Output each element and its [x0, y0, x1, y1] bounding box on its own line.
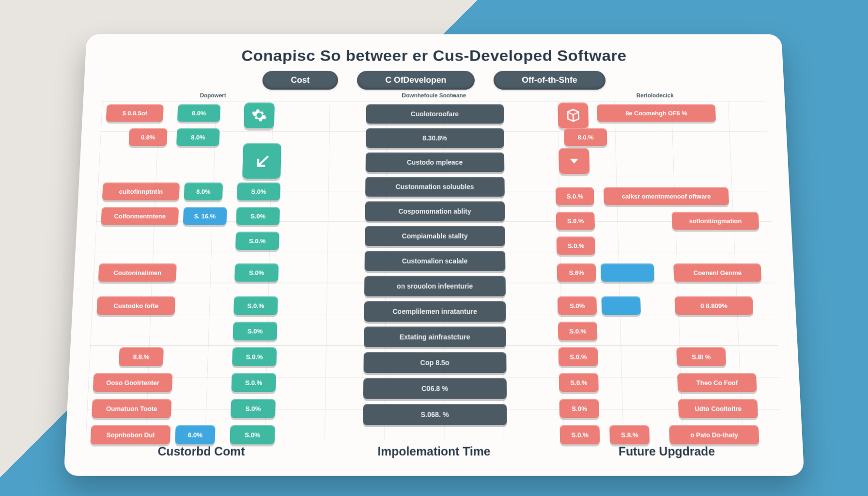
- left-chip: S.0.%: [232, 347, 277, 366]
- right-chip: 8e Coomehgh OF6 %: [597, 104, 716, 122]
- subhead-mid: Downhefoule Sootwane: [324, 93, 545, 99]
- left-chip: S.0%: [230, 425, 275, 445]
- right-chip: S.8.%: [609, 425, 650, 445]
- left-chip: Ooso Goolrtenter: [93, 373, 173, 392]
- left-chip: $ 0.8.5of: [106, 104, 164, 122]
- left-chip: S.0%: [234, 264, 279, 282]
- right-chip: Coenenl Genme: [673, 264, 761, 282]
- right-chip: S.0.%: [557, 236, 596, 255]
- subhead-row: Dopowert Downhefoule Sootwane Beriolodec…: [102, 93, 766, 99]
- right-chip: S.0.%: [558, 347, 598, 366]
- criteria-plate: Cop 8.5o: [363, 352, 506, 373]
- left-chip: S.0%: [233, 322, 278, 341]
- criteria-plate: Custonmation soluubles: [365, 177, 505, 197]
- right-chip: [601, 264, 654, 282]
- left-chip: 6.0%: [175, 425, 216, 445]
- criteria-plate: Extating ainfrastcture: [364, 326, 506, 347]
- left-chip: 8.0%: [184, 183, 223, 201]
- criteria-plate: C06.8 %: [363, 378, 506, 399]
- left-chip: Custodko fofte: [96, 296, 175, 315]
- left-chip: S.0%: [231, 399, 276, 418]
- right-chip: S.0.%: [558, 322, 598, 341]
- right-chip: calksr omentnmenoof oftware: [604, 187, 729, 205]
- pill-off-shelf: Off-of-th-Shfe: [494, 71, 606, 90]
- board-title: Conapisc So betweer er Cus-Developed Sof…: [104, 47, 764, 64]
- criteria-plate: on srouolon infeenturie: [364, 276, 506, 296]
- left-chip: Sopnhobon Dul: [90, 425, 170, 445]
- right-chip: S.8l %: [676, 347, 726, 366]
- left-chip: Oumatuon Toote: [92, 399, 171, 418]
- right-chip: [602, 296, 641, 315]
- left-chip: $. 16.%: [183, 207, 227, 225]
- left-chip: S.0%: [237, 183, 280, 201]
- left-chip: Coutoninalimen: [98, 264, 177, 282]
- pill-cost: Cost: [262, 71, 338, 90]
- criteria-plate: Custodo mpleace: [365, 153, 504, 172]
- subhead-right: Beriolodecick: [544, 93, 766, 99]
- right-chip: 0 8.809%: [675, 296, 754, 315]
- right-chip: S.0.%: [560, 425, 600, 445]
- criteria-plate: Cuolotoroofare: [366, 104, 504, 124]
- left-chip: Colfonmentntene: [101, 207, 179, 225]
- criteria-plate: Cospomomation ablity: [365, 202, 505, 221]
- comparison-board: Conapisc So betweer er Cus-Developed Sof…: [64, 34, 805, 476]
- right-chip: 8.0.%: [564, 128, 607, 146]
- right-chip: soflonitingmation: [672, 212, 760, 230]
- right-chip: S.0.%: [556, 212, 595, 230]
- gear-icon: [244, 102, 275, 128]
- right-chip: S.0.%: [559, 373, 599, 392]
- pill-custom-dev: C OfDevelopen: [357, 71, 475, 90]
- right-chip: Udto Cooltoitre: [678, 399, 758, 418]
- header-pill-row: Cost C OfDevelopen Off-of-th-Shfe: [103, 71, 765, 90]
- criteria-plate: Customalion scalale: [364, 251, 505, 271]
- right-chip: S.0%: [559, 399, 600, 418]
- criteria-plate: Compiamable stallty: [365, 226, 505, 246]
- footer-upgrade: Future Upgdrade: [550, 444, 783, 458]
- data-grid: $ 0.8.5of8.0%0.8%8.0%cuitofinnptntin8.0%…: [86, 102, 783, 439]
- footer-cost: Custorbd Comt: [85, 444, 318, 458]
- left-chip: cuitofinnptntin: [102, 183, 180, 201]
- left-chip: S.0.%: [231, 373, 276, 392]
- caret-down-icon: [558, 148, 589, 174]
- package-icon: [558, 102, 589, 128]
- footer-time: Impolemationt Time: [318, 444, 551, 458]
- right-chip: S.0.%: [556, 187, 594, 205]
- left-chip: 8.8.%: [119, 347, 164, 366]
- column-off-shelf: 8e Coomehgh OF6 %8.0.%S.0.%calksr omentn…: [544, 102, 782, 439]
- right-chip: S.6%: [557, 264, 596, 282]
- left-chip: 8.0%: [177, 104, 220, 122]
- subhead-left: Dopowert: [102, 93, 324, 99]
- right-chip: S.0%: [558, 296, 597, 315]
- column-criteria: Cuolotoroofare8.30.8%Custodo mpleaceCust…: [318, 102, 550, 439]
- left-chip: S.0.%: [233, 296, 278, 315]
- left-chip: S.0.%: [235, 232, 279, 250]
- criteria-plate: 8.30.8%: [366, 128, 504, 148]
- criteria-plate: S.068. %: [363, 404, 507, 425]
- left-chip: 0.8%: [128, 128, 167, 146]
- right-chip: o Pato Do-thaty: [669, 425, 759, 445]
- left-chip: S.0%: [236, 207, 280, 225]
- footer-categories: Custorbd Comt Impolemationt Time Future …: [85, 444, 784, 458]
- column-cost: $ 0.8.5of8.0%0.8%8.0%cuitofinnptntin8.0%…: [86, 102, 324, 439]
- arrow-down-left-icon: [242, 143, 281, 179]
- left-chip: 8.0%: [176, 128, 220, 146]
- criteria-plate: Coemplilemen inratanture: [364, 301, 506, 322]
- right-chip: Theo Co Foof: [677, 373, 757, 392]
